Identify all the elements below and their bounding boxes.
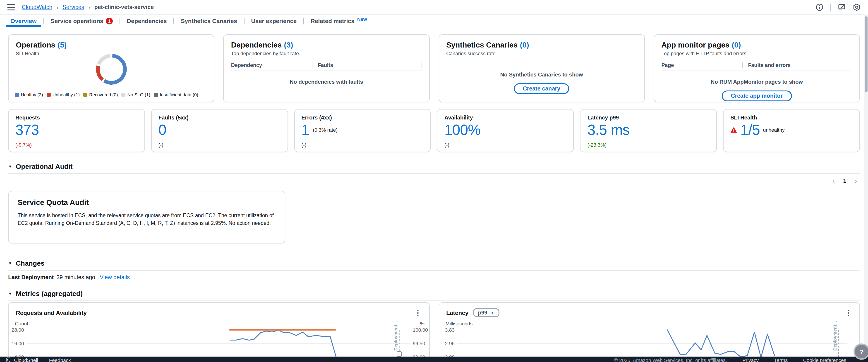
- cookie-preferences-link[interactable]: Cookie preferences: [803, 358, 846, 362]
- privacy-link[interactable]: Privacy: [742, 358, 758, 362]
- create-canary-button[interactable]: Create canary: [514, 83, 569, 94]
- column-divider: [852, 62, 852, 68]
- operational-audit-header[interactable]: ▼ Operational Audit: [8, 162, 860, 170]
- requests-metric-card: Requests 373 (-9.7%): [8, 109, 145, 152]
- main-content: Operations(5) SLI Health Healthy (3) Unh…: [0, 34, 868, 362]
- chart-title: Requests and Availability: [16, 309, 87, 316]
- tab-overview[interactable]: Overview: [4, 15, 43, 27]
- section-divider: [8, 270, 860, 271]
- kebab-menu-icon[interactable]: ⋮: [844, 309, 852, 317]
- availability-metric-card: Availability 100% (-): [437, 109, 574, 152]
- column-header-faults-errors[interactable]: Faults and errors: [742, 62, 852, 68]
- tab-dependencies[interactable]: Dependencies: [120, 15, 174, 27]
- column-header-faults[interactable]: Faults: [312, 62, 422, 68]
- tab-related-metrics[interactable]: Related metricsNew: [304, 15, 374, 27]
- tab-label: Synthetics Canaries: [181, 18, 237, 24]
- scrollbar-track[interactable]: [864, 14, 868, 357]
- y-axis-tick-label: 28.00: [11, 327, 24, 333]
- card-counter[interactable]: (0): [732, 41, 741, 49]
- donut-legend: Healthy (3) Unhealthy (1) Recovered (0) …: [15, 92, 209, 97]
- sli-health-donut-chart: [94, 52, 128, 87]
- latency-metric-card: Latency p99 3.5 ms (-23.3%): [580, 109, 717, 152]
- requests-line: [230, 330, 337, 361]
- cloudshell-button[interactable]: CloudShell: [6, 358, 38, 362]
- tab-bar: Overview Service operations1 Dependencie…: [0, 15, 868, 27]
- card-title: Synthetics Canaries: [446, 41, 518, 49]
- service-quota-audit-card: Service Quota Audit This service is host…: [8, 191, 285, 243]
- metric-delta: (-23.3%): [588, 142, 607, 147]
- terms-link[interactable]: Terms: [774, 358, 787, 362]
- create-app-monitor-button[interactable]: Create app monitor: [722, 91, 792, 101]
- empty-state-message: No Synthetics Canaries to show: [446, 71, 637, 78]
- card-counter[interactable]: (5): [58, 41, 67, 49]
- metric-value: 100%: [444, 123, 480, 137]
- section-title: Operational Audit: [16, 162, 73, 170]
- kebab-menu-icon[interactable]: ⋮: [414, 309, 422, 317]
- faults-metric-card: Faults (5xx) 0 (-): [151, 109, 288, 152]
- breadcrumb-services[interactable]: Services: [62, 4, 84, 10]
- top-bar: CloudWatch › Services › pet-clinic-vets-…: [0, 0, 868, 15]
- card-counter[interactable]: (0): [520, 41, 529, 49]
- section-title: Changes: [16, 259, 44, 267]
- metric-value: 1: [301, 123, 309, 137]
- errors-metric-card: Errors (4xx) 1(0.3% rate) (-): [294, 109, 431, 152]
- metric-value: 1/5: [740, 123, 760, 137]
- legend-swatch: [15, 93, 19, 97]
- info-icon[interactable]: [815, 3, 824, 11]
- card-subtitle: Top dependencies by fault rate: [231, 51, 422, 56]
- help-button[interactable]: ?: [854, 343, 868, 360]
- previous-page-icon[interactable]: ‹: [833, 177, 835, 185]
- percentile-dropdown[interactable]: p99 ▼: [473, 308, 499, 317]
- devtools-icon[interactable]: [838, 3, 846, 11]
- metric-value: 3.5 ms: [588, 123, 630, 137]
- changes-section: ▼ Changes Last Deployment 39 minutes ago…: [8, 259, 860, 281]
- metrics-aggregated-header[interactable]: ▼ Metrics (aggregated): [8, 290, 860, 297]
- quota-card-body: This service is hosted in ECS, and the r…: [18, 212, 276, 227]
- legend-item-no-slo: No SLO (1): [122, 92, 150, 97]
- metric-label: Errors (4xx): [301, 114, 424, 121]
- sli-health-popover-trigger[interactable]: 1/5 unhealthy: [730, 123, 784, 140]
- card-title: App monitor pages: [661, 41, 730, 49]
- metric-value: 0: [158, 123, 166, 137]
- legend-label: Unhealthy (1): [53, 92, 80, 97]
- legend-swatch: [46, 93, 51, 97]
- requests-availability-chart: 28.0016.004.00Count100.0099.5099.00%00:0…: [9, 318, 429, 362]
- tab-user-experience[interactable]: User experience: [244, 15, 303, 27]
- metric-label: Latency p99: [588, 114, 710, 121]
- card-counter[interactable]: (3): [284, 41, 293, 49]
- divider: [830, 3, 831, 11]
- legend-swatch: [154, 93, 158, 97]
- y-axis-title: Count: [15, 321, 28, 327]
- tab-synthetics-canaries[interactable]: Synthetics Canaries: [174, 15, 244, 27]
- metric-label: SLI Health: [730, 114, 852, 121]
- legend-item-insufficient-data: Insufficient data (0): [154, 92, 198, 97]
- hamburger-menu-icon[interactable]: [7, 4, 16, 10]
- warning-triangle-icon: [730, 127, 737, 133]
- requests-availability-chart-card: Requests and Availability ⋮ 28.0016.004.…: [8, 302, 430, 362]
- top-bar-actions: [815, 3, 861, 11]
- dropdown-value: p99: [478, 309, 487, 316]
- cloudshell-label: CloudShell: [14, 358, 38, 362]
- tab-label: Related metrics: [311, 18, 354, 24]
- page-number[interactable]: 1: [843, 177, 846, 184]
- metric-label: Faults (5xx): [158, 114, 281, 121]
- chevron-down-icon: ▼: [491, 310, 494, 315]
- changes-header[interactable]: ▼ Changes: [8, 259, 860, 267]
- donut-segment: [104, 56, 125, 83]
- next-page-icon[interactable]: ›: [855, 177, 857, 185]
- sli-health-metric-card: SLI Health 1/5 unhealthy: [723, 109, 860, 152]
- column-header-page[interactable]: Page: [661, 62, 742, 68]
- metrics-aggregated-section: ▼ Metrics (aggregated) Requests and Avai…: [8, 290, 860, 362]
- view-details-link[interactable]: View details: [100, 274, 130, 281]
- collapse-caret-icon: ▼: [8, 164, 12, 169]
- legend-label: Healthy (3): [21, 92, 43, 97]
- metric-delta: (-): [444, 142, 450, 147]
- tab-service-operations[interactable]: Service operations1: [44, 15, 120, 27]
- column-header-dependency[interactable]: Dependency: [231, 62, 312, 68]
- settings-gear-icon[interactable]: [852, 3, 861, 11]
- breadcrumb-cloudwatch[interactable]: CloudWatch: [22, 4, 52, 10]
- feedback-button[interactable]: Feedback: [49, 358, 71, 362]
- legend-label: No SLO (1): [127, 92, 150, 97]
- scrollbar-thumb[interactable]: [865, 16, 868, 92]
- new-badge: New: [357, 16, 367, 22]
